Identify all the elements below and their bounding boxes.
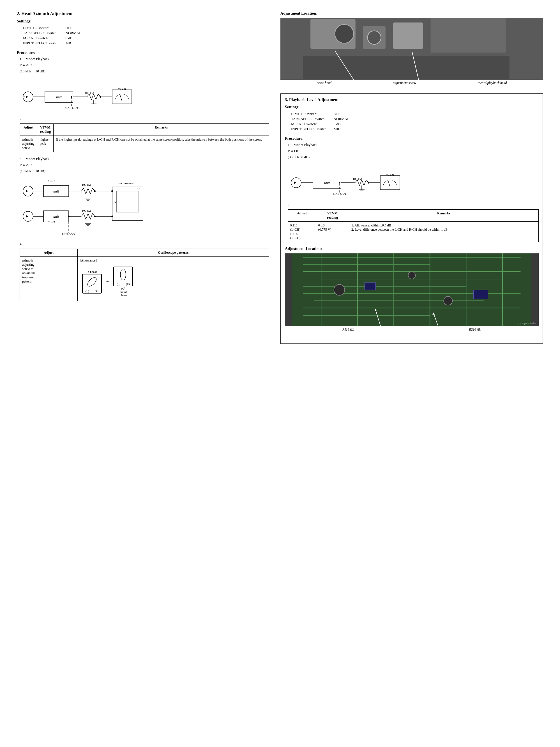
step3-1-text: Mode: Playback (294, 143, 317, 147)
settings3-label: Settings: (285, 105, 539, 109)
adjust-table-1: Adjust VTVMreading Remarks azimuthadjust… (20, 124, 269, 152)
col-adjust-4: Adjust (20, 249, 78, 257)
setting-value: OFF (65, 26, 81, 30)
svg-point-84 (368, 182, 369, 183)
svg-line-86 (388, 181, 390, 187)
col-vtvm: VTVMreading (37, 124, 53, 136)
svg-text:VTVM: VTVM (118, 87, 127, 91)
svg-point-59 (68, 215, 70, 217)
adj-screw-label: adjustment screw (393, 81, 416, 85)
tape3-1-ref: P-4-L81 (288, 149, 539, 153)
outphase-svg (115, 267, 131, 282)
page: 2. Head Azimuth Adjustment Settings: LIM… (0, 0, 560, 360)
svg-point-55 (111, 215, 113, 217)
remark-1: 1. Allowance: within ±0.5 dB (351, 223, 536, 228)
adjust-cell-3: R116(L-CH)R216(R-CH) (288, 222, 316, 242)
settings-table-right: LIMITER switch: OFF TAPE SELECT switch: … (291, 111, 350, 132)
tape3-spec: (10 kHz, −10 dB) (20, 169, 269, 174)
svg-rect-111 (365, 283, 375, 290)
svg-text:unit: unit (53, 189, 59, 194)
setting-value: NORMAL (334, 117, 349, 121)
circuit-svg-2: L-CH unit 100 kΩ (20, 176, 160, 237)
svg-point-16 (100, 96, 101, 98)
step-3: 3. Mode: Playback P-4-A82 (10 kHz, −10 d… (20, 157, 269, 237)
table-row-3: R116(L-CH)R216(R-CH) 0 dB(0.775 V) 1. Al… (288, 222, 539, 242)
step3-1-num: 1. (288, 143, 291, 147)
table-row-4: azimuthadjustingscrew toobtain thein-pha… (20, 257, 269, 301)
tape-spec: (10 kHz, −10 dB) (20, 69, 269, 74)
svg-text:L-CH: L-CH (47, 179, 55, 182)
svg-point-61 (121, 269, 126, 280)
ch-r: (R) (95, 290, 98, 293)
step2-num: 2. (20, 117, 22, 121)
osc-patterns-cell: [Allowance] in-phase (77, 257, 269, 301)
photo-captions: erase head adjustment screw record/playb… (281, 81, 543, 85)
setting-row: MIC ATT switch: 0 dB (23, 36, 81, 41)
tilde-symbol: ~ (106, 279, 109, 285)
svg-text:unit: unit (56, 95, 62, 99)
circuit-svg-3: unit 100 kΩ (288, 162, 405, 198)
erase-head-label: erase head (317, 81, 331, 85)
circuit-diagram-1: unit 100 kΩ (20, 76, 269, 112)
setting-name: LIMITER switch: (291, 112, 333, 116)
svg-rect-66 (430, 18, 506, 52)
section3-title: 3. Playback Level Adjustment (285, 97, 539, 102)
circuit-svg-1: unit 100 kΩ (20, 76, 137, 112)
col-remarks-3: Remarks (349, 210, 538, 222)
osc-patterns: in-phase (L) (R) (80, 264, 267, 299)
adjust-table-3: Adjust VTVMreading Remarks R116(L-CH)R21… (288, 209, 539, 242)
svg-point-47 (94, 215, 96, 217)
ch-l: (L) (85, 290, 89, 293)
bottom-photo-wrapper: www.patented.at R116 (L) R216 (R) (285, 253, 539, 332)
col-adjust: Adjust (20, 124, 37, 136)
setting-value: MIC (334, 127, 349, 131)
setting-name: TAPE SELECT switch: (23, 31, 65, 35)
settings-table-left: LIMITER switch: OFF TAPE SELECT switch: … (22, 25, 82, 46)
setting-name: MIC ATT switch: (291, 122, 333, 126)
setting-row: LIMITER switch: OFF (23, 26, 81, 30)
svg-text:R-CH: R-CH (47, 220, 55, 223)
svg-text:100 kΩ: 100 kΩ (82, 183, 91, 186)
setting-row: INPUT SELECT switch: MIC (291, 127, 349, 131)
setting-name: LIMITER switch: (23, 26, 65, 30)
step-2: 2. Adjust VTVMreading Remarks azimuthadj… (20, 117, 269, 152)
step3-2-num: 2. (288, 203, 291, 207)
svg-point-33 (94, 190, 96, 192)
setting-row: LIMITER switch: OFF (291, 112, 349, 116)
svg-marker-73 (294, 181, 296, 184)
inphase-label: in-phase (87, 270, 97, 273)
svg-line-14 (120, 95, 122, 101)
step-num: 1. (20, 57, 22, 61)
procedure3-label: Procedure: (285, 136, 539, 141)
svg-rect-50 (112, 187, 143, 221)
svg-marker-36 (26, 215, 28, 218)
col-osc: Oscilloscope patterns (77, 249, 269, 257)
svg-point-108 (334, 285, 345, 295)
setting-row: MIC ATT switch: 0 dB (291, 122, 349, 126)
allowance-label: [Allowance] (80, 258, 267, 263)
photo2-labels: R116 (L) R216 (R) (285, 328, 539, 332)
setting-row: TAPE SELECT switch: NORMAL (23, 31, 81, 35)
vtvm-cell-3: 0 dB(0.775 V) (316, 222, 349, 242)
r216-label: R216 (R) (469, 328, 481, 332)
section2-title: 2. Head Azimuth Adjustment (17, 11, 269, 16)
record-head-label: record/playback head (478, 81, 507, 85)
svg-point-68 (368, 31, 381, 44)
svg-marker-22 (26, 190, 28, 192)
remark-2: 2. Level difference between the L-CH and… (351, 228, 536, 232)
adjust-cell-4: azimuthadjustingscrew toobtain thein-pha… (20, 257, 78, 301)
circuit-diagram-2: L-CH unit 100 kΩ (20, 176, 269, 237)
right-column: Adjustment Location: (281, 11, 543, 349)
ch-r2: (R) (126, 283, 130, 286)
svg-text:oscilloscope: oscilloscope (118, 181, 134, 185)
svg-text:unit: unit (53, 214, 59, 218)
svg-rect-112 (473, 290, 488, 299)
step-1: 1. Mode: Playback P-4-A82 (10 kHz, −10 d… (20, 57, 269, 112)
remarks-cell-3: 1. Allowance: within ±0.5 dB 2. Level di… (349, 222, 538, 242)
tape3-1-spec: (333 Hz, 0 dB) (288, 155, 539, 159)
svg-rect-51 (116, 191, 139, 212)
outphase-pattern: (L) (R) 90°out ofphase (113, 266, 133, 297)
setting-name: INPUT SELECT switch: (23, 41, 65, 46)
col-adjust-3: Adjust (288, 210, 316, 222)
setting-name: TAPE SELECT switch: (291, 117, 333, 121)
